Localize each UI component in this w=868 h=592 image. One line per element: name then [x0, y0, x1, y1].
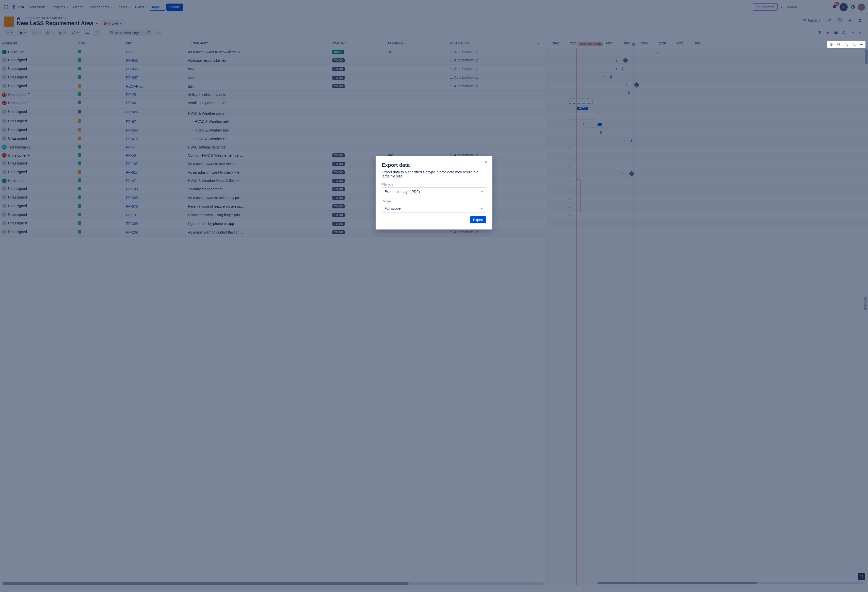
svg-point-33: [862, 44, 863, 45]
zoom-in-icon: [844, 43, 848, 46]
zoom-in-button[interactable]: [843, 41, 850, 48]
range-label: Range: [382, 200, 486, 203]
modal-title: Export data: [382, 162, 486, 168]
svg-point-31: [861, 44, 861, 45]
zoom-out-button[interactable]: [836, 41, 842, 48]
modal-close-button[interactable]: [484, 160, 489, 164]
target-icon: [830, 43, 833, 46]
svg-point-32: [861, 44, 862, 45]
expand-icon: [852, 43, 856, 46]
range-select[interactable]: Full scope: [382, 204, 486, 213]
export-button[interactable]: Export: [470, 216, 486, 223]
svg-point-28: [831, 44, 831, 45]
chevron-down-icon: [480, 207, 484, 210]
zoom-out-icon: [837, 43, 841, 46]
modal-overlay[interactable]: Export data Export data to a specified f…: [0, 0, 868, 585]
gantt-more-button[interactable]: [858, 41, 865, 48]
fullscreen-button[interactable]: [851, 41, 857, 48]
modal-desc: Export data to a specified file type. So…: [382, 170, 486, 178]
gantt-tools: [827, 41, 865, 48]
dots-icon: [860, 43, 864, 46]
export-modal: Export data Export data to a specified f…: [376, 156, 492, 230]
chevron-down-icon: [480, 190, 484, 193]
close-icon: [484, 160, 489, 164]
file-type-select[interactable]: Export to image (PDF): [382, 187, 486, 196]
locate-button[interactable]: [828, 41, 834, 48]
file-type-label: File type: [382, 183, 486, 186]
